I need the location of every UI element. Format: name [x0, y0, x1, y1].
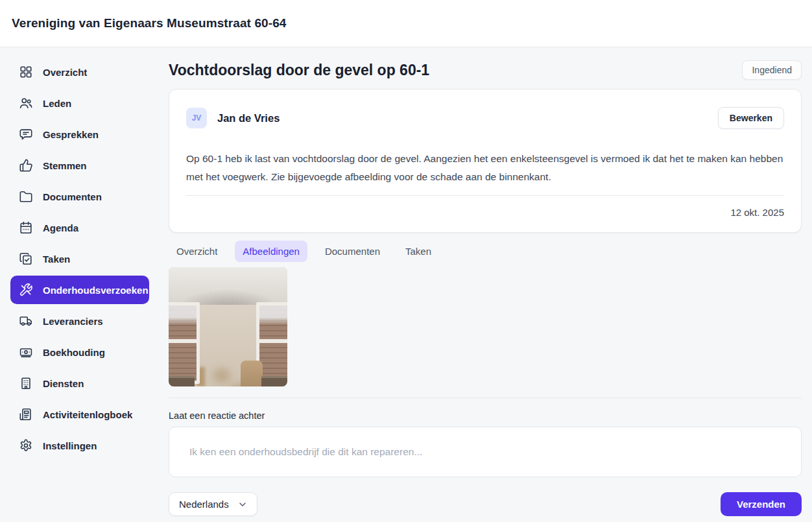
avatar: JV [186, 108, 207, 128]
sidebar-item-leden[interactable]: Leden [10, 89, 149, 117]
grid-icon [19, 65, 33, 79]
sidebar-item-gesprekken[interactable]: Gesprekken [10, 120, 149, 148]
sidebar-item-activiteitenlogboek[interactable]: Activiteitenlogboek [10, 400, 149, 429]
app-title: Vereniging van Eigenaars Museumstraat 60… [12, 16, 287, 30]
attachment-image-thumbnail[interactable] [169, 267, 287, 386]
sidebar-item-label: Leden [43, 98, 71, 109]
banknote-icon [19, 345, 33, 359]
tab-documenten[interactable]: Documenten [317, 241, 388, 262]
sidebar-item-label: Documenten [43, 191, 102, 202]
sidebar-item-label: Onderhoudsverzoeken [43, 285, 149, 296]
sidebar-item-label: Diensten [43, 378, 84, 389]
tools-icon [19, 283, 33, 297]
tab-taken[interactable]: Taken [398, 241, 439, 262]
sidebar-item-label: Leveranciers [43, 316, 103, 327]
app-header: Vereniging van Eigenaars Museumstraat 60… [0, 0, 812, 47]
tasks-check-icon [19, 252, 33, 266]
photo-chair [241, 361, 263, 386]
language-select[interactable]: Nederlands [169, 492, 257, 516]
sidebar-item-label: Taken [43, 254, 70, 265]
request-card: JV Jan de Vries Bewerken Op 60-1 heb ik … [169, 89, 802, 233]
sidebar-item-stemmen[interactable]: Stemmen [10, 151, 149, 180]
thumbs-up-icon [19, 158, 33, 172]
truck-icon [19, 314, 33, 328]
language-select-value: Nederlands [179, 499, 229, 510]
status-badge: Ingediend [742, 60, 802, 80]
section-divider [169, 397, 802, 398]
sidebar-item-label: Instellingen [43, 440, 97, 451]
sidebar-item-boekhouding[interactable]: Boekhouding [10, 338, 149, 366]
building-icon [19, 376, 33, 390]
request-date: 12 okt. 2025 [186, 207, 784, 218]
sidebar: Overzicht Leden Gesprekken Stemmen Docum… [0, 47, 158, 522]
tab-afbeeldingen[interactable]: Afbeeldingen [235, 241, 307, 262]
send-button[interactable]: Verzenden [721, 492, 802, 516]
author-name: Jan de Vries [217, 112, 718, 125]
edit-button[interactable]: Bewerken [718, 107, 784, 129]
sidebar-item-label: Stemmen [43, 160, 87, 171]
users-icon [19, 96, 33, 110]
sidebar-item-taken[interactable]: Taken [10, 244, 149, 273]
comment-input[interactable] [169, 427, 802, 477]
sidebar-item-onderhoudsverzoeken[interactable]: Onderhoudsverzoeken [10, 276, 149, 304]
comment-label: Laat een reactie achter [169, 410, 802, 421]
photo-books-left [169, 376, 195, 386]
chevron-down-icon [237, 499, 248, 510]
sidebar-item-agenda[interactable]: Agenda [10, 213, 149, 242]
sidebar-item-label: Gesprekken [43, 129, 99, 140]
card-divider [186, 195, 784, 196]
photo-window-left [169, 302, 200, 384]
tab-overzicht[interactable]: Overzicht [169, 241, 225, 262]
photo-ceiling [169, 267, 287, 306]
main-content: Vochtdoorslag door de gevel op 60-1 Inge… [158, 47, 812, 522]
detail-tabs: Overzicht Afbeeldingen Documenten Taken [169, 241, 802, 262]
sidebar-item-overzicht[interactable]: Overzicht [10, 58, 149, 86]
folder-icon [19, 189, 33, 204]
request-description: Op 60-1 heb ik last van vochtdoorslag do… [186, 150, 784, 186]
sidebar-item-instellingen[interactable]: Instellingen [10, 431, 149, 460]
speech-bubble-icon [19, 127, 33, 141]
sidebar-item-documenten[interactable]: Documenten [10, 182, 149, 211]
newspaper-icon [19, 407, 33, 421]
gear-icon [19, 438, 33, 453]
page-title: Vochtdoorslag door de gevel op 60-1 [169, 62, 429, 79]
sidebar-item-leveranciers[interactable]: Leveranciers [10, 307, 149, 335]
sidebar-item-label: Activiteitenlogboek [43, 409, 132, 420]
calendar-icon [19, 220, 33, 235]
photo-books-right [261, 376, 287, 386]
sidebar-item-label: Agenda [43, 222, 78, 233]
sidebar-item-label: Boekhouding [43, 347, 105, 358]
sidebar-item-diensten[interactable]: Diensten [10, 369, 149, 397]
sidebar-item-label: Overzicht [43, 67, 87, 78]
